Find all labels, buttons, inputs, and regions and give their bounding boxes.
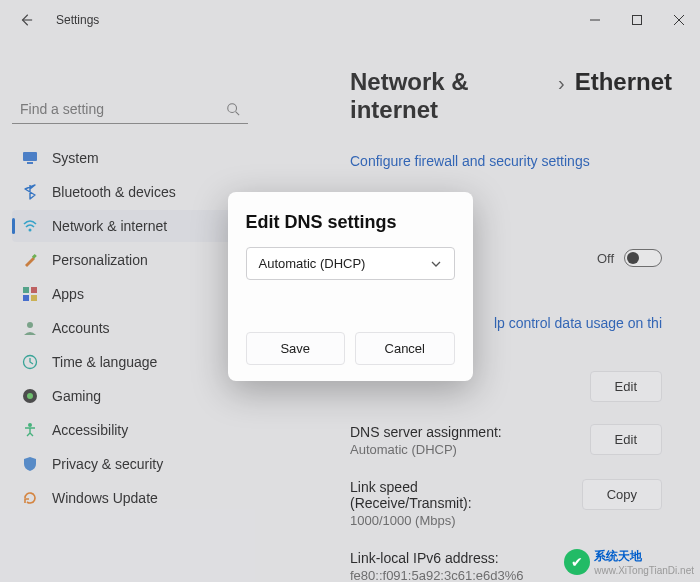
watermark-badge-icon: ✔ [564, 549, 590, 575]
dns-mode-select[interactable]: Automatic (DHCP) [246, 247, 455, 280]
cancel-button[interactable]: Cancel [355, 332, 455, 365]
modal-overlay[interactable]: Edit DNS settings Automatic (DHCP) Save … [0, 0, 700, 582]
save-button[interactable]: Save [246, 332, 346, 365]
watermark-text: 系统天地 www.XiTongTianDi.net [594, 548, 694, 576]
watermark-cn: 系统天地 [594, 548, 694, 565]
chevron-down-icon [430, 258, 442, 270]
select-value: Automatic (DHCP) [259, 256, 366, 271]
settings-window: Settings System Bluetooth & devices Netw… [0, 0, 700, 582]
dialog-buttons: Save Cancel [246, 332, 455, 365]
edit-dns-dialog: Edit DNS settings Automatic (DHCP) Save … [228, 192, 473, 381]
watermark: ✔ 系统天地 www.XiTongTianDi.net [564, 548, 694, 576]
watermark-url: www.XiTongTianDi.net [594, 565, 694, 576]
dialog-title: Edit DNS settings [246, 212, 455, 233]
